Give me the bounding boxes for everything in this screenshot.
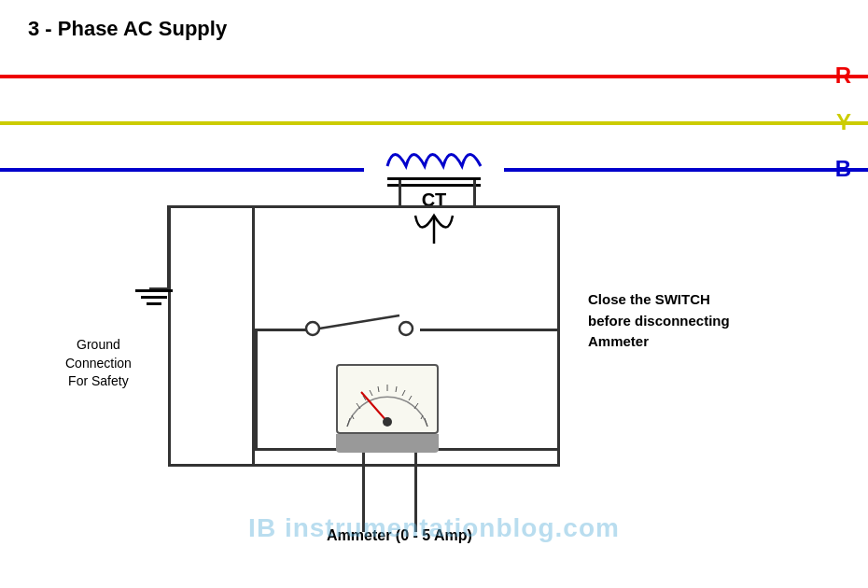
ct-wire-right <box>473 180 476 208</box>
svg-point-18 <box>383 417 392 427</box>
phase-r-label: R <box>835 63 851 89</box>
ground-wire-vertical <box>167 205 170 289</box>
svg-line-15 <box>409 396 412 400</box>
phase-y-line <box>0 121 868 125</box>
switch-symbol <box>294 308 425 355</box>
watermark: IB instrumentationblog.com <box>248 513 620 543</box>
ground-label: GroundConnectionFor Safety <box>65 336 132 391</box>
wire-right-down <box>557 331 560 451</box>
svg-line-8 <box>402 390 405 396</box>
svg-line-13 <box>378 386 379 392</box>
phase-y-label: Y <box>836 109 851 135</box>
ammeter-base <box>336 434 439 453</box>
svg-line-10 <box>425 418 427 427</box>
phase-b-label: B <box>835 156 851 182</box>
svg-line-3 <box>319 315 399 329</box>
ground-symbol <box>135 289 173 305</box>
svg-point-1 <box>306 322 319 335</box>
svg-line-4 <box>347 418 350 427</box>
page-title: 3 - Phase AC Supply <box>28 17 227 41</box>
svg-line-14 <box>396 386 397 392</box>
svg-point-2 <box>399 322 413 335</box>
wire-ammeter-left <box>255 331 258 451</box>
phase-b-line-right <box>504 168 868 172</box>
ct-wire-left <box>399 180 401 208</box>
phase-b-line-left <box>0 168 364 172</box>
ammeter-instrument <box>336 364 439 453</box>
phase-r-line <box>0 75 868 78</box>
switch-wire-right <box>420 329 560 331</box>
switch-instruction-label: Close the SWITCHbefore disconnectingAmme… <box>588 289 730 353</box>
svg-line-6 <box>370 390 372 396</box>
